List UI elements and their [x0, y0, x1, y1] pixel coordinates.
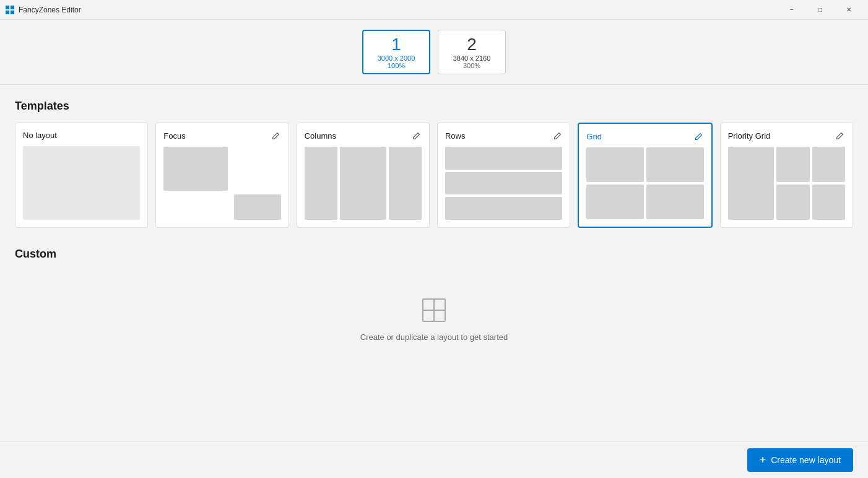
svg-rect-1: [11, 6, 14, 9]
focus-small-block: [234, 194, 281, 220]
template-grid[interactable]: Grid: [578, 123, 712, 228]
templates-row: No layout Focus: [15, 123, 853, 228]
create-button-label: Create new layout: [771, 455, 841, 465]
monitor-number-2: 2: [467, 35, 477, 54]
priority-cell-4: [812, 185, 845, 220]
minimize-button[interactable]: −: [778, 0, 806, 20]
custom-empty-icon: [419, 295, 449, 325]
custom-empty-state: Create or duplicate a layout to get star…: [15, 271, 853, 367]
monitor-card-2[interactable]: 2 3840 x 2160 300%: [438, 30, 506, 74]
template-columns-edit-icon[interactable]: [412, 131, 422, 141]
row-block-3: [445, 197, 562, 220]
titlebar: FancyZones Editor − □ ✕: [0, 0, 868, 20]
template-columns-preview: [305, 147, 422, 220]
grid-layout-preview: [586, 147, 703, 219]
grid-cell-3: [586, 185, 644, 219]
template-focus-name: Focus: [163, 131, 185, 141]
template-columns-name: Columns: [305, 131, 336, 141]
svg-rect-3: [11, 11, 14, 14]
grid-cell-1: [586, 147, 644, 182]
template-columns-header: Columns: [305, 131, 422, 141]
template-priority-grid[interactable]: Priority Grid: [720, 123, 853, 228]
template-no-layout-preview: [23, 146, 140, 220]
priority-cell-3: [776, 185, 809, 220]
priority-cell-2: [812, 147, 845, 182]
focus-layout-preview: [163, 147, 280, 220]
template-focus[interactable]: Focus: [155, 123, 289, 228]
col-block-2: [340, 147, 386, 220]
templates-section-title: Templates: [15, 100, 853, 113]
monitor-resolution-1: 3000 x 2000: [378, 54, 415, 62]
template-no-layout-name: No layout: [23, 131, 57, 140]
template-priority-grid-edit-icon[interactable]: [835, 131, 845, 141]
row-block-2: [445, 172, 562, 195]
app-title: FancyZones Editor: [19, 6, 778, 14]
svg-rect-0: [6, 6, 9, 9]
template-grid-name: Grid: [586, 132, 602, 141]
template-priority-grid-header: Priority Grid: [728, 131, 845, 141]
monitor-scale-1: 100%: [388, 62, 405, 69]
priority-grid-layout-preview: [728, 147, 845, 220]
monitor-resolution-2: 3840 x 2160: [453, 54, 491, 62]
custom-empty-text: Create or duplicate a layout to get star…: [360, 332, 508, 342]
focus-main-block: [163, 147, 228, 191]
template-columns[interactable]: Columns: [297, 123, 430, 228]
template-grid-edit-icon[interactable]: [694, 131, 704, 141]
template-rows[interactable]: Rows: [437, 123, 570, 228]
window-controls: − □ ✕: [778, 0, 863, 20]
template-rows-preview: [445, 147, 562, 220]
priority-cell-1: [776, 147, 809, 182]
template-rows-edit-icon[interactable]: [552, 131, 562, 141]
col-block-1: [305, 147, 337, 220]
custom-section-title: Custom: [15, 248, 853, 261]
priority-main-cell: [728, 147, 775, 220]
create-new-layout-button[interactable]: + Create new layout: [747, 448, 853, 472]
no-layout-block: [23, 146, 140, 220]
rows-layout-preview: [445, 147, 562, 220]
monitor-scale-2: 300%: [463, 62, 480, 69]
monitor-bar: 1 3000 x 2000 100% 2 3840 x 2160 300%: [0, 20, 868, 84]
row-block-1: [445, 147, 562, 170]
template-rows-header: Rows: [445, 131, 562, 141]
col-block-3: [389, 147, 422, 220]
template-focus-edit-icon[interactable]: [271, 131, 281, 141]
template-priority-grid-preview: [728, 147, 845, 220]
grid-cell-2: [646, 147, 704, 182]
main-content: Templates No layout Focus: [0, 85, 868, 441]
footer: + Create new layout: [0, 441, 868, 478]
create-button-plus-icon: +: [760, 454, 766, 466]
template-grid-preview: [586, 147, 703, 219]
app-icon: [5, 5, 15, 15]
template-focus-preview: [163, 147, 280, 220]
close-button[interactable]: ✕: [835, 0, 863, 20]
columns-layout-preview: [305, 147, 422, 220]
svg-rect-2: [6, 11, 9, 14]
template-priority-grid-name: Priority Grid: [728, 131, 771, 141]
grid-cell-4: [646, 185, 704, 219]
monitor-card-1[interactable]: 1 3000 x 2000 100%: [362, 30, 430, 74]
template-no-layout-header: No layout: [23, 131, 140, 140]
template-grid-header: Grid: [586, 131, 703, 141]
maximize-button[interactable]: □: [806, 0, 835, 20]
monitor-number-1: 1: [391, 35, 401, 54]
template-no-layout[interactable]: No layout: [15, 123, 148, 228]
template-rows-name: Rows: [445, 131, 466, 141]
template-focus-header: Focus: [163, 131, 280, 141]
